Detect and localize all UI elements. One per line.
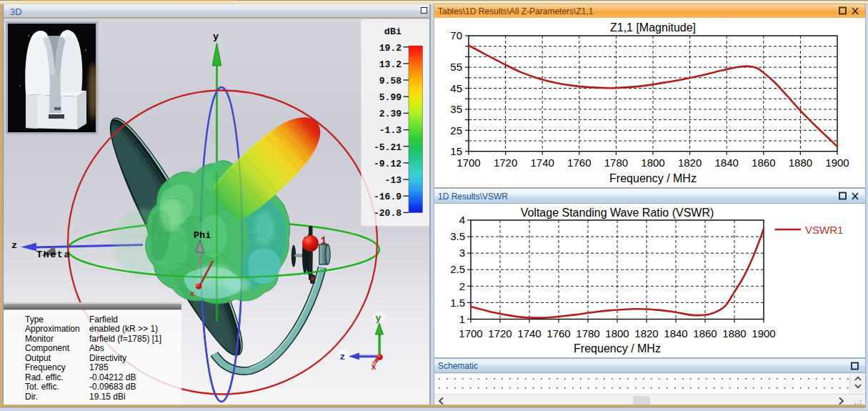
svg-text:Tot. effic.: Tot. effic. — [25, 382, 59, 392]
svg-text:Component: Component — [25, 343, 70, 353]
svg-text:1720: 1720 — [488, 327, 512, 340]
svg-text:-0.04212 dB: -0.04212 dB — [89, 372, 136, 382]
svg-text:1840: 1840 — [664, 327, 687, 340]
svg-text:1840: 1840 — [715, 157, 739, 169]
svg-text:4: 4 — [459, 214, 465, 226]
svg-text:2.39: 2.39 — [379, 109, 401, 119]
svg-text:z: z — [340, 352, 346, 362]
svg-text:-1.3: -1.3 — [379, 125, 401, 136]
svg-text:45: 45 — [450, 82, 462, 94]
svg-text:13.2: 13.2 — [379, 59, 401, 70]
svg-text:1860: 1860 — [752, 157, 775, 169]
svg-text:1785: 1785 — [89, 362, 109, 372]
svg-text:x: x — [371, 362, 376, 372]
svg-text:1900: 1900 — [752, 327, 775, 340]
svg-text:Frequency / MHz: Frequency / MHz — [609, 172, 697, 184]
svg-text:1900: 1900 — [825, 157, 849, 169]
svg-text:Monitor: Monitor — [25, 334, 54, 344]
svg-text:Rad. effic.: Rad. effic. — [25, 372, 64, 382]
svg-text:Z1,1 [Magnitude]: Z1,1 [Magnitude] — [610, 21, 696, 34]
svg-text:2.5: 2.5 — [450, 263, 465, 275]
svg-text:5.99: 5.99 — [379, 92, 401, 103]
svg-text:1.5: 1.5 — [450, 297, 465, 309]
svg-text:Approximation: Approximation — [25, 324, 80, 334]
svg-text:9.58: 9.58 — [379, 76, 401, 86]
svg-text:1760: 1760 — [567, 157, 591, 169]
svg-text:Output: Output — [25, 353, 51, 363]
svg-text:enabled (kR >> 1): enabled (kR >> 1) — [89, 324, 158, 334]
svg-text:z: z — [11, 240, 17, 251]
svg-text:y: y — [213, 31, 219, 42]
svg-text:Theta: Theta — [36, 249, 71, 260]
svg-text:1780: 1780 — [604, 157, 628, 169]
svg-text:19.15 dBi: 19.15 dBi — [89, 392, 126, 402]
svg-text:19.2: 19.2 — [379, 43, 401, 54]
svg-text:1: 1 — [459, 313, 465, 325]
svg-text:1800: 1800 — [605, 327, 629, 340]
svg-text:1780: 1780 — [576, 327, 599, 340]
svg-text:-13: -13 — [385, 175, 402, 186]
svg-text:55: 55 — [450, 61, 462, 73]
svg-text:Frequency: Frequency — [25, 362, 66, 372]
svg-text:x: x — [190, 289, 195, 298]
svg-text:15: 15 — [450, 145, 462, 157]
svg-text:1700: 1700 — [457, 157, 480, 169]
svg-text:-16.9: -16.9 — [374, 192, 401, 202]
svg-text:-0.09683 dB: -0.09683 dB — [89, 382, 136, 392]
svg-text:1880: 1880 — [789, 157, 812, 169]
svg-text:VSWR1: VSWR1 — [805, 224, 843, 236]
svg-text:Frequency / MHz: Frequency / MHz — [574, 342, 661, 355]
svg-text:1820: 1820 — [678, 157, 702, 169]
svg-text:Phi: Phi — [194, 230, 211, 241]
svg-text:1820: 1820 — [634, 327, 658, 340]
svg-text:Type: Type — [25, 315, 44, 325]
svg-text:farfield (f=1785) [1]: farfield (f=1785) [1] — [89, 334, 161, 344]
svg-text:Dir.: Dir. — [25, 392, 38, 402]
svg-text:1: 1 — [321, 235, 327, 247]
svg-text:dBi: dBi — [384, 26, 401, 37]
svg-text:25: 25 — [450, 124, 462, 137]
svg-text:1700: 1700 — [459, 327, 482, 340]
svg-text:Directivity: Directivity — [89, 353, 126, 363]
svg-text:1740: 1740 — [531, 157, 554, 169]
svg-text:-5.21: -5.21 — [374, 142, 401, 153]
svg-text:70: 70 — [450, 29, 462, 41]
svg-text:-9.12: -9.12 — [374, 159, 401, 169]
svg-text:Voltage Standing Wave Ratio (V: Voltage Standing Wave Ratio (VSWR) — [521, 207, 714, 219]
svg-text:2: 2 — [459, 280, 465, 292]
svg-text:1720: 1720 — [494, 157, 517, 169]
svg-text:3.5: 3.5 — [450, 230, 465, 242]
svg-text:1860: 1860 — [693, 327, 717, 340]
svg-text:-20.8: -20.8 — [374, 208, 401, 219]
svg-text:y: y — [376, 313, 381, 324]
svg-text:3: 3 — [459, 247, 465, 259]
svg-text:1760: 1760 — [547, 327, 570, 340]
svg-text:1800: 1800 — [641, 157, 664, 169]
svg-text:35: 35 — [450, 103, 462, 115]
svg-text:1880: 1880 — [722, 327, 746, 340]
svg-text:Farfield: Farfield — [89, 315, 118, 325]
svg-text:Abs: Abs — [89, 343, 104, 353]
svg-text:1740: 1740 — [517, 327, 541, 340]
